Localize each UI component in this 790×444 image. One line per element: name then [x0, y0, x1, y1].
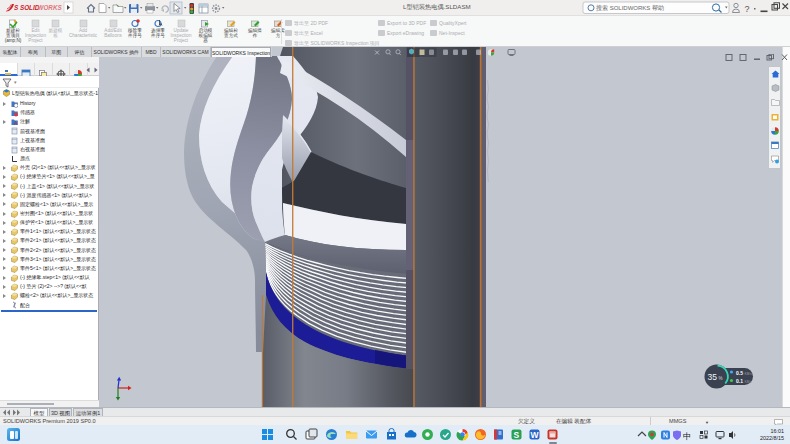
svg-text:KB/s: KB/s: [745, 372, 752, 376]
svg-text:W: W: [531, 430, 540, 440]
svg-text:搜索 SOLIDWORKS 帮助: 搜索 SOLIDWORKS 帮助: [596, 4, 664, 12]
svg-text:S SOLID: S SOLID: [14, 4, 40, 11]
svg-text:中: 中: [683, 431, 692, 441]
svg-text:35: 35: [708, 372, 718, 382]
svg-text:L型铠装热电偶.SLDASM: L型铠装热电偶.SLDASM: [403, 3, 471, 11]
svg-text:?: ?: [745, 4, 750, 14]
svg-text:A: A: [14, 120, 18, 126]
svg-text:S: S: [514, 430, 520, 440]
svg-text:%: %: [719, 376, 723, 381]
svg-text:KB/s: KB/s: [745, 380, 752, 384]
svg-text:0.5: 0.5: [736, 370, 743, 376]
svg-text:0.1: 0.1: [736, 378, 743, 384]
svg-text:WORKS: WORKS: [38, 4, 63, 11]
